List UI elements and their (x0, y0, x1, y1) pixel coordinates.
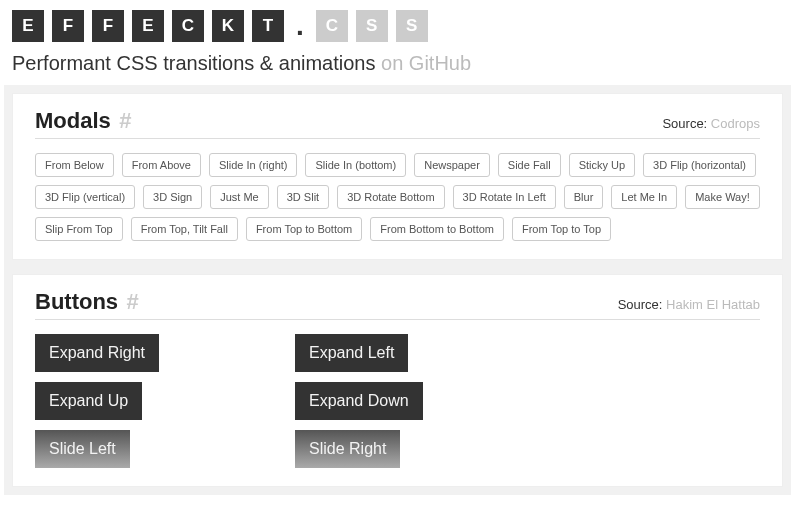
modal-trigger[interactable]: From Top to Bottom (246, 217, 362, 241)
logo-letter: E (12, 10, 44, 42)
modal-trigger[interactable]: Let Me In (611, 185, 677, 209)
modal-trigger[interactable]: Make Way! (685, 185, 760, 209)
effect-button[interactable]: Expand Right (35, 334, 159, 372)
logo: E F F E C K T . C S S (12, 10, 783, 42)
effect-button[interactable]: Slide Right (295, 430, 400, 468)
logo-letter: S (356, 10, 388, 42)
modal-trigger[interactable]: Newspaper (414, 153, 490, 177)
hash-icon[interactable]: # (127, 289, 139, 314)
modal-trigger[interactable]: From Above (122, 153, 201, 177)
modals-tag-list: From BelowFrom AboveSlide In (right)Slid… (35, 153, 760, 241)
logo-letter: C (316, 10, 348, 42)
modal-trigger[interactable]: Slip From Top (35, 217, 123, 241)
modal-trigger[interactable]: Slide In (bottom) (305, 153, 406, 177)
modal-trigger[interactable]: From Top to Top (512, 217, 611, 241)
logo-letter: E (132, 10, 164, 42)
logo-letter: F (92, 10, 124, 42)
source-link[interactable]: Hakim El Hattab (666, 297, 760, 312)
modal-trigger[interactable]: 3D Flip (horizontal) (643, 153, 756, 177)
modals-header: Modals # Source: Codrops (35, 108, 760, 139)
modal-trigger[interactable]: From Bottom to Bottom (370, 217, 504, 241)
buttons-panel: Buttons # Source: Hakim El Hattab Expand… (12, 274, 783, 487)
effect-button[interactable]: Expand Left (295, 334, 408, 372)
logo-letter: C (172, 10, 204, 42)
modals-panel: Modals # Source: Codrops From BelowFrom … (12, 93, 783, 260)
logo-letter: S (396, 10, 428, 42)
modal-trigger[interactable]: Sticky Up (569, 153, 635, 177)
tagline-text: Performant CSS transitions & animations (12, 52, 376, 74)
github-link[interactable]: on GitHub (381, 52, 471, 74)
source-link[interactable]: Codrops (711, 116, 760, 131)
modal-trigger[interactable]: Slide In (right) (209, 153, 297, 177)
modal-trigger[interactable]: 3D Flip (vertical) (35, 185, 135, 209)
modal-trigger[interactable]: Just Me (210, 185, 269, 209)
modal-trigger[interactable]: Blur (564, 185, 604, 209)
modal-trigger[interactable]: Side Fall (498, 153, 561, 177)
modal-trigger[interactable]: From Top, Tilt Fall (131, 217, 238, 241)
effect-button[interactable]: Expand Up (35, 382, 142, 420)
tagline: Performant CSS transitions & animations … (12, 52, 783, 75)
modals-title: Modals (35, 108, 111, 133)
buttons-title: Buttons (35, 289, 118, 314)
source-label: Source: (662, 116, 707, 131)
buttons-header: Buttons # Source: Hakim El Hattab (35, 289, 760, 320)
buttons-grid: Expand RightExpand LeftExpand UpExpand D… (35, 334, 760, 468)
buttons-source: Source: Hakim El Hattab (618, 297, 760, 312)
logo-dot: . (292, 10, 308, 42)
source-label: Source: (618, 297, 663, 312)
effect-button[interactable]: Slide Left (35, 430, 130, 468)
modal-trigger[interactable]: 3D Rotate Bottom (337, 185, 444, 209)
logo-letter: K (212, 10, 244, 42)
modals-source: Source: Codrops (662, 116, 760, 131)
logo-letter: T (252, 10, 284, 42)
hash-icon[interactable]: # (119, 108, 131, 133)
effect-button[interactable]: Expand Down (295, 382, 423, 420)
logo-letter: F (52, 10, 84, 42)
modal-trigger[interactable]: 3D Slit (277, 185, 329, 209)
modal-trigger[interactable]: 3D Sign (143, 185, 202, 209)
modal-trigger[interactable]: 3D Rotate In Left (453, 185, 556, 209)
modal-trigger[interactable]: From Below (35, 153, 114, 177)
